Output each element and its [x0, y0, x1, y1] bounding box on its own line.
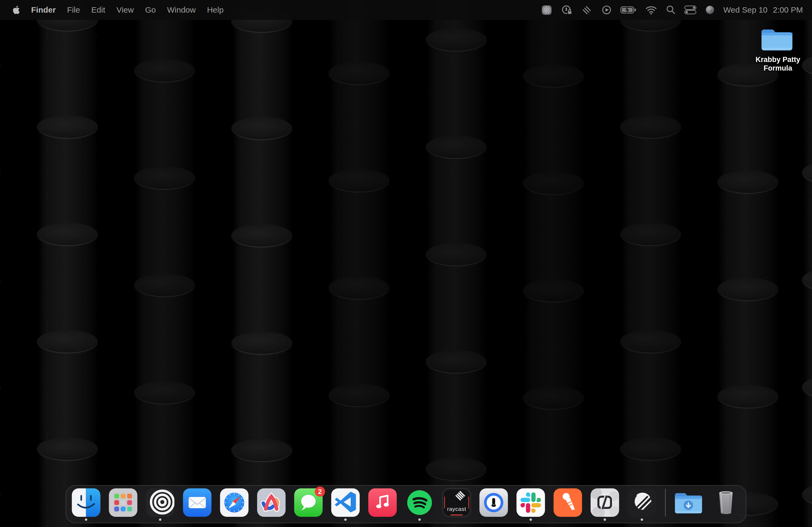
notification-badge: 2: [315, 486, 325, 497]
wallpaper: [0, 0, 812, 527]
wallpaper-column: [717, 0, 778, 527]
desktop-folder-label: Krabby Patty Formula: [748, 55, 808, 73]
wallpaper-column: [802, 0, 812, 527]
running-indicator: [344, 518, 347, 521]
menu-bar-clock[interactable]: Wed Sep 10 2:00 PM: [723, 5, 803, 15]
running-indicator: [530, 518, 532, 521]
dock-app-raycast[interactable]: raycast: [442, 488, 471, 521]
app-menus: FinderFileEditViewGoWindowHelp: [31, 5, 224, 15]
dock-app-trash[interactable]: [712, 488, 741, 521]
dock-app-striped-sphere-app[interactable]: [627, 488, 656, 521]
dock-app-spotify[interactable]: [405, 488, 434, 521]
menu-view[interactable]: View: [117, 5, 134, 15]
spotlight-search-menu-icon[interactable]: [665, 4, 676, 15]
menu-edit[interactable]: Edit: [91, 5, 105, 15]
dock-app-messages[interactable]: 2: [294, 488, 323, 521]
menu-bar-right: Wed Sep 10 2:00 PM: [541, 4, 812, 16]
running-indicator: [604, 518, 606, 521]
menu-window[interactable]: Window: [167, 5, 196, 15]
running-indicator: [418, 518, 421, 521]
dock-app-safari[interactable]: [220, 488, 249, 521]
wallpaper-column: [134, 0, 195, 527]
apple-menu-icon[interactable]: [12, 5, 20, 15]
dock-app-label: raycast: [442, 506, 471, 512]
dock-app-1password[interactable]: [479, 488, 508, 521]
dock-app-downloads-folder[interactable]: [675, 488, 704, 521]
desktop-folder-krabby-patty[interactable]: Krabby Patty Formula: [748, 25, 808, 73]
dock-app-postman[interactable]: [553, 488, 582, 521]
wallpaper-column: [620, 0, 681, 527]
wallpaper-column: [523, 0, 584, 527]
menu-bar: FinderFileEditViewGoWindowHelp: [0, 0, 812, 20]
menu-finder[interactable]: Finder: [31, 5, 56, 15]
starburst-menu-icon[interactable]: [541, 4, 553, 16]
dock-app-apple-music[interactable]: [368, 488, 397, 521]
striped-diamond-menu-icon[interactable]: [581, 4, 593, 16]
dock-app-finder[interactable]: [72, 488, 101, 521]
dock-app-launchpad[interactable]: [109, 488, 138, 521]
menu-help[interactable]: Help: [207, 5, 224, 15]
siri-menu-icon[interactable]: [705, 4, 715, 15]
now-playing-menu-icon[interactable]: [601, 4, 612, 16]
wallpaper-column: [37, 0, 98, 527]
wallpaper-column: [231, 0, 292, 527]
wallpaper-column: [0, 0, 0, 527]
onepassword-lock-menu-icon[interactable]: [561, 4, 573, 16]
menu-file[interactable]: File: [67, 5, 80, 15]
wifi-menu-icon[interactable]: [645, 5, 657, 15]
menu-bar-date: Wed Sep 10: [723, 5, 768, 15]
menu-bar-left: FinderFileEditViewGoWindowHelp: [0, 5, 224, 15]
folder-icon: [762, 25, 794, 51]
running-indicator: [641, 518, 643, 521]
dock-separator: [665, 488, 666, 516]
menu-bar-time: 2:00 PM: [773, 5, 803, 15]
dock-app-vscode[interactable]: [331, 488, 360, 521]
control-center-menu-icon[interactable]: [684, 5, 697, 15]
dock-app-mail[interactable]: [183, 488, 212, 521]
status-icons: [541, 4, 715, 16]
running-indicator: [159, 518, 161, 521]
battery-charging-menu-icon[interactable]: [620, 5, 637, 15]
macos-desktop: FinderFileEditViewGoWindowHelp: [0, 0, 812, 527]
running-indicator: [85, 518, 87, 521]
dock-app-marble-window-app[interactable]: [591, 488, 620, 521]
menu-go[interactable]: Go: [145, 5, 156, 15]
dock-app-concentric-circles-app[interactable]: [146, 488, 175, 521]
dock-app-slack[interactable]: [516, 488, 545, 521]
dock-app-arc-browser[interactable]: [257, 488, 286, 521]
wallpaper-column: [329, 0, 389, 527]
dock: 2 raycast: [66, 485, 746, 523]
wallpaper-column: [426, 0, 487, 527]
